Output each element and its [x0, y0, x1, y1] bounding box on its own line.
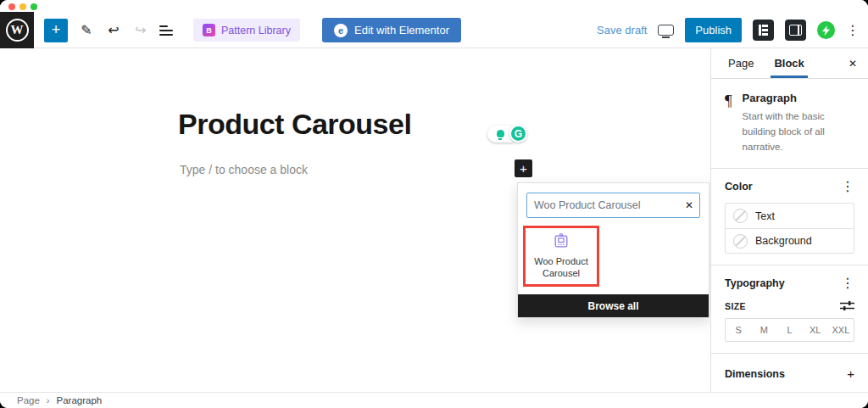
- settings-sidebar: Page Block ✕ ¶ Paragraph Start with the …: [710, 48, 868, 392]
- background-color-row[interactable]: Background: [726, 228, 854, 253]
- add-dimensions-icon[interactable]: +: [847, 366, 854, 381]
- options-menu-icon[interactable]: ⋮: [846, 24, 860, 37]
- size-settings-sliders-icon[interactable]: [840, 300, 854, 311]
- text-color-row[interactable]: Text: [726, 204, 854, 228]
- sidebar-tabbar: Page Block ✕: [711, 48, 868, 79]
- wordpress-menu-button[interactable]: W: [0, 12, 34, 48]
- grammarly-widget: G: [487, 125, 527, 143]
- no-color-swatch-icon: [733, 209, 748, 223]
- window-controls: [8, 3, 37, 10]
- chevron-right-icon: ›: [47, 395, 50, 405]
- pattern-library-button[interactable]: B Pattern Library: [193, 19, 300, 42]
- block-search-input[interactable]: [527, 199, 677, 211]
- lightbulb-icon: [497, 130, 504, 137]
- tab-block[interactable]: Block: [771, 48, 807, 78]
- color-settings-box: Text Background: [725, 203, 854, 254]
- size-option-m[interactable]: M: [751, 319, 776, 341]
- elementor-exit-icon[interactable]: [753, 20, 774, 41]
- editor-canvas: Product Carousel G Type / to choose a bl…: [0, 48, 710, 392]
- page-title[interactable]: Product Carousel: [178, 108, 411, 141]
- block-inserter-toggle-button[interactable]: +: [44, 19, 68, 42]
- annotation-highlight-box: Woo Product Carousel: [523, 226, 599, 287]
- clear-search-icon[interactable]: ✕: [677, 199, 701, 211]
- close-sidebar-icon[interactable]: ✕: [849, 48, 857, 78]
- text-color-label: Text: [755, 210, 775, 222]
- editor-window: W + ✎ ↩ ↪ B Pattern Library e Edit with …: [0, 0, 868, 408]
- wordpress-icon: W: [6, 19, 29, 42]
- block-name: Paragraph: [743, 92, 854, 104]
- plus-icon: +: [520, 161, 527, 176]
- font-size-label: SIZE: [725, 301, 746, 311]
- boost-lightning-icon[interactable]: [817, 21, 835, 39]
- block-search-box: ✕: [526, 193, 700, 218]
- block-inserter-popup: ✕ Woo Product Carousel Browse all: [517, 182, 709, 318]
- paragraph-pilcrow-icon: ¶: [725, 92, 732, 154]
- settings-sidebar-toggle[interactable]: [785, 20, 806, 41]
- tab-page[interactable]: Page: [725, 48, 757, 78]
- color-options-icon[interactable]: ⋮: [841, 180, 854, 193]
- toolbar-left-group: + ✎ ↩ ↪ B Pattern Library e Edit with El…: [44, 12, 461, 48]
- undo-icon[interactable]: ↩: [105, 22, 122, 38]
- publish-button[interactable]: Publish: [685, 18, 742, 42]
- elementor-icon: e: [334, 24, 348, 37]
- tools-pencil-icon[interactable]: ✎: [78, 22, 95, 38]
- list-view-icon[interactable]: [159, 25, 173, 36]
- block-info-card: ¶ Paragraph Start with the basic buildin…: [711, 79, 868, 169]
- dimensions-panel-title: Dimensions: [725, 368, 785, 380]
- save-draft-button[interactable]: Save draft: [597, 24, 647, 36]
- typography-panel: Typography ⋮ SIZE S M L XL XXL: [711, 265, 868, 354]
- edit-with-elementor-label: Edit with Elementor: [354, 24, 449, 36]
- block-description: Start with the basic building block of a…: [743, 109, 854, 154]
- color-panel: Color ⋮ Text Background: [711, 169, 868, 265]
- toolbar-right-group: Save draft Publish ⋮: [597, 12, 860, 48]
- typography-options-icon[interactable]: ⋮: [841, 277, 854, 290]
- macos-titlebar: [0, 0, 868, 12]
- pattern-library-label: Pattern Library: [221, 25, 291, 36]
- empty-block-placeholder[interactable]: Type / to choose a block: [180, 163, 308, 176]
- breadcrumb-paragraph[interactable]: Paragraph: [57, 395, 103, 405]
- woo-product-carousel-icon[interactable]: [552, 233, 570, 250]
- no-color-swatch-icon: [733, 234, 748, 249]
- preview-monitor-icon[interactable]: [658, 25, 674, 36]
- redo-icon: ↪: [132, 22, 149, 38]
- typography-panel-title: Typography: [725, 277, 785, 289]
- size-option-l[interactable]: L: [776, 319, 802, 341]
- background-color-label: Background: [755, 235, 812, 247]
- color-panel-title: Color: [725, 181, 753, 193]
- minimize-window-button[interactable]: [19, 3, 26, 10]
- browse-all-button[interactable]: Browse all: [518, 294, 709, 317]
- dimensions-panel[interactable]: Dimensions +: [711, 354, 868, 394]
- size-option-xxl[interactable]: XXL: [828, 319, 854, 341]
- breadcrumb-bar: Page › Paragraph: [0, 392, 868, 408]
- size-option-s[interactable]: S: [726, 319, 751, 341]
- plus-icon: +: [52, 21, 61, 39]
- edit-with-elementor-button[interactable]: e Edit with Elementor: [322, 18, 461, 42]
- zoom-window-button[interactable]: [31, 3, 37, 10]
- font-size-picker: S M L XL XXL: [725, 318, 854, 342]
- size-option-xl[interactable]: XL: [803, 319, 828, 341]
- add-block-button[interactable]: +: [515, 159, 532, 177]
- close-window-button[interactable]: [8, 3, 15, 10]
- editor-toolbar: W + ✎ ↩ ↪ B Pattern Library e Edit with …: [0, 12, 868, 48]
- pattern-library-icon: B: [203, 24, 215, 36]
- block-result-label[interactable]: Woo Product Carousel: [529, 255, 593, 279]
- sidebar-panel-icon: [789, 25, 802, 36]
- grammarly-icon[interactable]: G: [509, 125, 527, 143]
- breadcrumb-page[interactable]: Page: [17, 395, 40, 405]
